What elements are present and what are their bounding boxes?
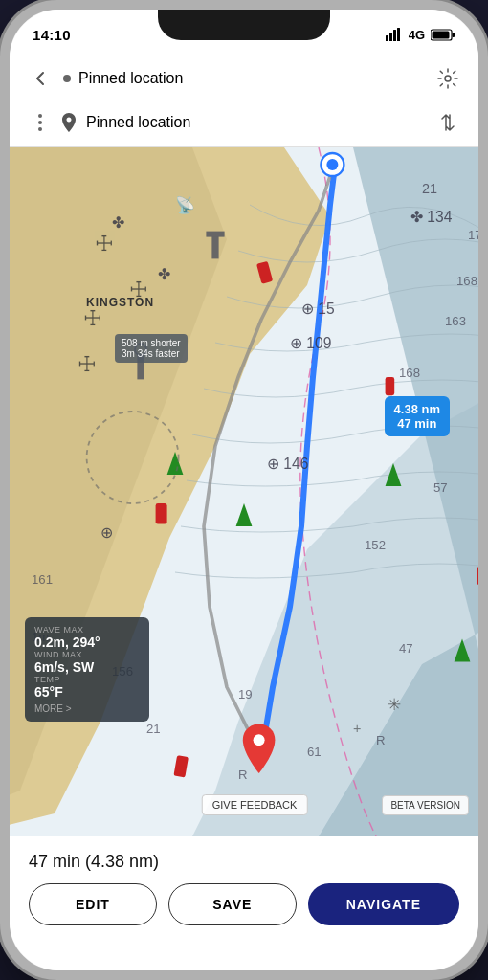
svg-text:61: 61 [307, 745, 322, 759]
distance-badge: 4.38 nm 47 min [385, 396, 450, 436]
nav-row-2: Pinned location [25, 101, 463, 144]
svg-rect-37 [386, 377, 395, 395]
more-dot [38, 127, 42, 131]
more-dot [38, 121, 42, 124]
svg-rect-1 [389, 33, 392, 41]
settings-button[interactable] [433, 63, 463, 94]
svg-point-54 [254, 734, 265, 746]
beta-badge: BETA VERSION [382, 795, 469, 815]
wind-value: 6m/s, SW [34, 659, 140, 675]
navigate-button[interactable]: NAVIGATE [308, 883, 459, 925]
svg-text:21: 21 [146, 722, 161, 736]
svg-text:R: R [376, 733, 386, 747]
svg-text:✳: ✳ [388, 696, 401, 714]
weather-widget: WAVE MAX 0.2m, 294° WIND MAX 6m/s, SW TE… [25, 617, 149, 722]
svg-text:✤ 134: ✤ 134 [410, 209, 453, 225]
more-dot [38, 114, 42, 118]
wave-value: 0.2m, 294° [34, 635, 140, 650]
svg-text:☩: ☩ [95, 232, 114, 256]
svg-rect-2 [393, 30, 396, 41]
alt-route-line1: 508 m shorter [122, 338, 181, 348]
battery-icon [431, 29, 455, 41]
pin-icon [59, 113, 78, 132]
svg-text:⊕ 15: ⊕ 15 [301, 301, 335, 317]
svg-text:✤: ✤ [158, 266, 170, 282]
network-label: 4G [409, 28, 425, 42]
svg-text:☩: ☩ [78, 352, 97, 376]
more-button[interactable] [29, 111, 52, 134]
status-time: 14:10 [33, 27, 71, 43]
map-area[interactable]: 21 172 168 163 168 161 1m 152 57 47 156 … [10, 147, 478, 836]
sort-button[interactable] [433, 107, 463, 138]
temp-label: TEMP [34, 675, 140, 684]
svg-text:📡: 📡 [175, 195, 195, 215]
svg-text:168: 168 [399, 366, 420, 380]
svg-text:✤: ✤ [112, 214, 124, 231]
back-button[interactable] [25, 63, 55, 94]
location-dot-1 [63, 75, 71, 82]
edit-button[interactable]: EDIT [29, 883, 157, 925]
bottom-panel: 47 min (4.38 nm) EDIT SAVE NAVIGATE [10, 836, 478, 970]
weather-more-button[interactable]: MORE > [34, 703, 140, 714]
phone-inner: 14:10 4G [10, 10, 478, 970]
alt-route-badge: 508 m shorter 3m 34s faster [115, 334, 188, 363]
kingston-label: KINGSTON [86, 296, 154, 309]
svg-text:47: 47 [399, 641, 413, 656]
save-button[interactable]: SAVE [168, 883, 297, 925]
nav-title-2: Pinned location [86, 114, 425, 131]
feedback-button[interactable]: GIVE FEEDBACK [202, 794, 308, 815]
map-canvas: 21 172 168 163 168 161 1m 152 57 47 156 … [10, 147, 478, 836]
nav-bar: Pinned location [10, 52, 478, 147]
phone-frame: 14:10 4G [0, 0, 488, 980]
nav-row-1: Pinned location [25, 56, 463, 101]
status-right: 4G [386, 28, 455, 42]
back-icon [31, 69, 50, 88]
temp-value: 65°F [34, 684, 140, 700]
action-buttons: EDIT SAVE NAVIGATE [29, 883, 459, 925]
svg-text:+: + [353, 721, 361, 736]
svg-text:19: 19 [238, 687, 253, 702]
distance-nm: 4.38 nm [394, 402, 440, 416]
svg-rect-39 [477, 567, 478, 585]
svg-text:163: 163 [445, 314, 466, 328]
svg-text:152: 152 [365, 538, 386, 552]
alt-route-line2: 3m 34s faster [122, 348, 181, 359]
svg-text:⊕ 109: ⊕ 109 [290, 335, 331, 351]
svg-text:161: 161 [32, 572, 53, 587]
location-pin-icon [61, 113, 77, 132]
svg-rect-3 [397, 28, 400, 41]
map-svg: 21 172 168 163 168 161 1m 152 57 47 156 … [10, 147, 478, 836]
svg-point-56 [326, 159, 338, 170]
svg-rect-48 [206, 232, 224, 237]
gear-icon [437, 68, 458, 89]
svg-text:⊕ 146: ⊕ 146 [267, 456, 308, 472]
svg-rect-47 [211, 235, 218, 258]
svg-text:☩: ☩ [83, 306, 102, 330]
svg-text:168: 168 [456, 274, 477, 288]
wind-label: WIND MAX [34, 650, 140, 659]
nav-title-1: Pinned location [78, 70, 425, 87]
svg-text:R: R [238, 768, 248, 782]
sort-icon [437, 112, 458, 133]
svg-text:57: 57 [433, 480, 448, 495]
distance-min: 47 min [394, 416, 440, 431]
wave-label: WAVE MAX [34, 625, 140, 635]
svg-rect-5 [453, 33, 455, 37]
route-info: 47 min (4.38 nm) [29, 852, 459, 872]
svg-text:172: 172 [468, 228, 478, 242]
svg-rect-36 [156, 503, 167, 524]
svg-text:⊕: ⊕ [100, 524, 113, 541]
svg-rect-0 [386, 35, 388, 41]
signal-icon [386, 28, 403, 41]
notch [158, 10, 330, 40]
svg-point-7 [445, 76, 451, 81]
svg-text:21: 21 [422, 181, 437, 196]
svg-rect-6 [433, 31, 450, 38]
